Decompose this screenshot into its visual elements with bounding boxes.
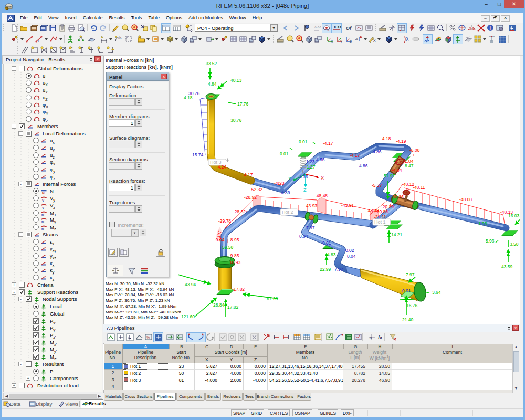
svg-text:-9.04: -9.04 — [214, 237, 225, 243]
svg-text:Hot 1: Hot 1 — [374, 219, 386, 225]
svg-text:8.04: 8.04 — [299, 234, 308, 239]
svg-text:59.58: 59.58 — [222, 245, 234, 250]
svg-text:-4.24: -4.24 — [216, 164, 227, 170]
svg-text:-48.48: -48.48 — [315, 193, 328, 198]
svg-text:67.28: 67.28 — [267, 296, 278, 301]
svg-text:22.99: 22.99 — [320, 267, 331, 272]
svg-text:-28.92: -28.92 — [244, 195, 257, 200]
svg-text:-4.20: -4.20 — [274, 181, 285, 186]
svg-text:4.86: 4.86 — [359, 163, 368, 169]
svg-text:-29.78: -29.78 — [218, 218, 231, 224]
svg-text:-48.11: -48.11 — [413, 185, 425, 190]
svg-text:5.93: 5.93 — [486, 238, 495, 244]
svg-text:30.76: 30.76 — [230, 118, 242, 123]
svg-text:-4.19: -4.19 — [396, 139, 406, 144]
svg-text:-43.93: -43.93 — [304, 203, 317, 208]
svg-text:1.23: 1.23 — [306, 159, 315, 164]
svg-text:4.84: 4.84 — [208, 81, 217, 87]
svg-text:4.89: 4.89 — [281, 190, 290, 195]
svg-text:-9.85: -9.85 — [229, 253, 239, 258]
svg-text:40.13: 40.13 — [230, 78, 242, 83]
svg-text:i: i — [490, 26, 491, 31]
svg-text:0.01: 0.01 — [280, 151, 289, 156]
svg-text:X.XX: X.XX — [334, 25, 341, 29]
svg-text:V: V — [42, 199, 44, 202]
svg-text:M: M — [41, 228, 44, 231]
svg-text:7.97: 7.97 — [406, 272, 415, 277]
svg-text:-4.18: -4.18 — [381, 136, 391, 141]
svg-text:121.60: 121.60 — [181, 314, 195, 319]
svg-text:M: M — [41, 220, 44, 224]
svg-text:-17.82: -17.82 — [232, 287, 245, 292]
svg-text:4.36: 4.36 — [299, 174, 308, 180]
svg-text:1.93: 1.93 — [478, 221, 487, 226]
svg-text:V: V — [42, 206, 44, 209]
svg-text:28.84: 28.84 — [213, 302, 225, 308]
svg-text:Z: Z — [350, 40, 352, 43]
svg-text:16.76: 16.76 — [406, 303, 418, 308]
svg-text:33.52: 33.52 — [206, 61, 217, 66]
svg-text:0.01: 0.01 — [322, 240, 331, 246]
svg-text:3.64: 3.64 — [432, 290, 441, 295]
svg-text:10.93: 10.93 — [229, 260, 241, 265]
svg-text:S: S — [6, 7, 8, 10]
svg-text:0.02: 0.02 — [345, 248, 354, 253]
svg-text:8.04: 8.04 — [347, 254, 356, 259]
svg-text:7.97: 7.97 — [306, 225, 315, 230]
svg-text:X: X — [321, 175, 324, 181]
svg-text:XX: XX — [118, 36, 122, 39]
svg-text:Y: Y — [288, 176, 291, 181]
svg-text:-6.08: -6.08 — [410, 148, 420, 153]
svg-text:-20.88: -20.88 — [375, 209, 388, 214]
svg-text:-x: -x — [355, 37, 358, 41]
svg-text:-52.32: -52.32 — [250, 187, 262, 192]
svg-text:7.97: 7.97 — [334, 267, 343, 272]
svg-text:Y: Y — [340, 40, 342, 43]
svg-text:3.58: 3.58 — [510, 242, 519, 247]
svg-text:8.47: 8.47 — [405, 163, 414, 169]
svg-text:14.21: 14.21 — [391, 232, 403, 237]
svg-text:-4.17: -4.17 — [323, 141, 333, 146]
svg-text:N: N — [42, 191, 45, 195]
svg-text:0.01: 0.01 — [402, 288, 411, 293]
svg-text:%: % — [146, 335, 150, 339]
svg-text:-20.89: -20.89 — [381, 204, 394, 209]
svg-text:Z: Z — [303, 187, 307, 193]
svg-text:a: a — [370, 335, 372, 340]
svg-text:-21.11: -21.11 — [374, 214, 386, 219]
svg-text:21.40: 21.40 — [402, 317, 414, 322]
svg-text:-4.17: -4.17 — [243, 172, 253, 177]
svg-text:1.27: 1.27 — [307, 164, 316, 170]
svg-text:-48.08: -48.08 — [459, 197, 472, 202]
svg-text:-4.84: -4.84 — [392, 167, 402, 173]
svg-text:Hot 2: Hot 2 — [282, 209, 293, 215]
svg-text:-48.13: -48.13 — [500, 209, 513, 215]
svg-text:-20.86: -20.86 — [391, 194, 404, 200]
svg-text:X.XX: X.XX — [314, 25, 321, 28]
svg-text:-1.04: -1.04 — [403, 159, 414, 164]
svg-text:-8.95: -8.95 — [229, 237, 239, 243]
svg-text:X: X — [331, 40, 333, 43]
svg-text:fx: fx — [378, 335, 383, 340]
svg-text:17.82: 17.82 — [227, 304, 239, 310]
svg-text:-28.52: -28.52 — [233, 209, 246, 214]
svg-text:43.59: 43.59 — [501, 264, 513, 269]
svg-text:4.86: 4.86 — [373, 149, 382, 154]
svg-text:51.97: 51.97 — [384, 173, 395, 178]
svg-text:0.01: 0.01 — [299, 139, 308, 144]
svg-text:Ɵf: Ɵf — [346, 26, 352, 31]
svg-text:4.83: 4.83 — [327, 252, 336, 257]
svg-text:4.86: 4.86 — [316, 157, 325, 162]
svg-text:15.74: 15.74 — [192, 152, 204, 158]
svg-text:17.76: 17.76 — [237, 101, 249, 107]
svg-text:30.76: 30.76 — [188, 91, 200, 96]
svg-text:-43.91: -43.91 — [341, 203, 354, 208]
svg-text:-5.37: -5.37 — [372, 183, 382, 188]
svg-text:-4.17: -4.17 — [350, 153, 360, 158]
svg-text:M: M — [41, 213, 44, 216]
svg-text:X: X — [373, 39, 376, 43]
svg-text:43.94: 43.94 — [185, 282, 196, 287]
